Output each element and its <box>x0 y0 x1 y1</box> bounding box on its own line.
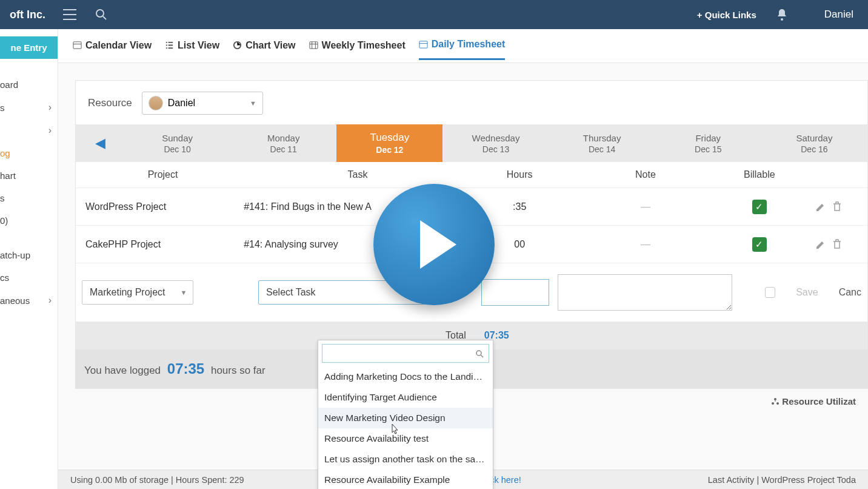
sidebar-item[interactable]: hart <box>0 164 58 187</box>
sidebar-item[interactable]: aneous› <box>0 289 58 312</box>
edit-icon[interactable] <box>815 201 826 212</box>
svg-rect-2 <box>73 42 81 49</box>
search-icon[interactable] <box>94 7 109 22</box>
sidebar: ne Entry oards››ogharts0)atch-upcsaneous… <box>0 29 58 489</box>
note-cell: — <box>567 239 723 250</box>
day-cell[interactable]: ThursdayDec 14 <box>549 124 655 162</box>
time-entry-button[interactable]: ne Entry <box>0 36 58 59</box>
sidebar-item[interactable]: 0) <box>0 209 58 232</box>
billable-cell: ✓ <box>723 200 795 214</box>
view-tabs: Calendar View List View Chart View Weekl… <box>58 29 868 63</box>
svg-rect-5 <box>419 41 427 47</box>
chevron-down-icon: ▼ <box>250 99 256 107</box>
resource-label: Resource <box>88 97 132 109</box>
svg-rect-4 <box>310 42 318 49</box>
sidebar-item[interactable]: cs <box>0 266 58 289</box>
user-name[interactable]: Daniel <box>824 8 853 21</box>
resource-select[interactable]: Daniel ▼ <box>142 92 263 115</box>
tab-list[interactable]: List View <box>165 40 219 59</box>
svg-point-0 <box>96 10 104 17</box>
footer-storage: Using 0.00 Mb of storage | Hours Spent: … <box>70 475 244 485</box>
hamburger-icon[interactable] <box>62 7 77 22</box>
resource-value: Daniel <box>168 98 195 109</box>
tab-calendar[interactable]: Calendar View <box>73 40 152 59</box>
sidebar-item[interactable]: s <box>0 187 58 209</box>
save-button[interactable]: Save <box>796 287 818 298</box>
delete-icon[interactable] <box>832 239 842 250</box>
check-icon: ✓ <box>752 200 767 214</box>
svg-point-1 <box>781 18 783 21</box>
play-button[interactable] <box>373 184 495 305</box>
day-cell[interactable]: SundayDec 10 <box>124 124 230 162</box>
day-cell[interactable]: WednesdayDec 13 <box>442 124 549 162</box>
task-dropdown: Adding Marketing Docs to the Landing PId… <box>318 340 493 489</box>
cursor-icon <box>390 423 400 436</box>
svg-point-6 <box>774 398 776 400</box>
dropdown-option[interactable]: New Marketing Video Design <box>318 408 493 428</box>
dropdown-option[interactable]: Resource Availability Example <box>318 470 493 489</box>
project-cell: WordPress Project <box>82 201 244 212</box>
day-cell[interactable]: SaturdayDec 16 <box>761 124 867 162</box>
svg-point-9 <box>476 351 481 356</box>
sidebar-item[interactable] <box>0 232 58 244</box>
chevron-down-icon: ▼ <box>180 289 187 296</box>
delete-icon[interactable] <box>832 201 842 212</box>
cancel-button[interactable]: Canc <box>839 287 861 298</box>
note-cell: — <box>567 201 723 212</box>
chevron-right-icon: › <box>48 102 52 113</box>
topbar: oft Inc. + Quick Links Daniel <box>0 0 868 29</box>
sidebar-item[interactable]: › <box>0 119 58 142</box>
day-selector: ◀ SundayDec 10MondayDec 11TuesdayDec 12W… <box>76 124 867 162</box>
tab-daily[interactable]: Daily Timesheet <box>419 39 506 60</box>
dropdown-search-input[interactable] <box>327 348 475 359</box>
note-input[interactable] <box>558 274 732 311</box>
chevron-right-icon: › <box>48 125 52 136</box>
tab-chart[interactable]: Chart View <box>233 40 295 59</box>
tab-weekly[interactable]: Weekly Timesheet <box>309 40 406 59</box>
project-select[interactable]: Marketing Project▼ <box>82 280 193 305</box>
project-cell: CakePHP Project <box>82 239 244 250</box>
avatar <box>149 96 163 110</box>
dropdown-option[interactable]: Let us assign another task on the same <box>318 449 493 470</box>
day-cell[interactable]: FridayDec 15 <box>655 124 761 162</box>
brand-name: oft Inc. <box>10 8 45 21</box>
billable-cell: ✓ <box>723 237 795 252</box>
column-headers: Project Task Hours Note Billable <box>76 162 867 187</box>
hours-cell: :35 <box>472 201 567 212</box>
dropdown-search[interactable] <box>322 344 489 363</box>
play-icon <box>420 220 456 269</box>
footer-activity: Last Activity | WordPress Project Toda <box>708 475 856 485</box>
sidebar-item[interactable]: oard <box>0 73 58 96</box>
bell-icon[interactable] <box>775 7 789 22</box>
prev-week-button[interactable]: ◀ <box>76 124 124 162</box>
hours-input[interactable] <box>481 279 549 306</box>
day-cell[interactable]: MondayDec 11 <box>230 124 336 162</box>
quick-links[interactable]: + Quick Links <box>697 10 756 20</box>
sidebar-item[interactable]: atch-up <box>0 244 58 266</box>
search-icon <box>475 349 484 358</box>
dropdown-option[interactable]: Identifying Target Audience <box>318 387 493 408</box>
dropdown-option[interactable]: Resource Availability test <box>318 428 493 449</box>
check-icon: ✓ <box>752 237 767 252</box>
billable-checkbox[interactable] <box>765 287 775 298</box>
chevron-right-icon: › <box>48 295 52 306</box>
sidebar-item[interactable]: s› <box>0 96 58 119</box>
day-cell[interactable]: TuesdayDec 12 <box>336 124 442 162</box>
edit-icon[interactable] <box>815 239 826 250</box>
sidebar-item[interactable]: og <box>0 142 58 164</box>
dropdown-option[interactable]: Adding Marketing Docs to the Landing P <box>318 366 493 387</box>
